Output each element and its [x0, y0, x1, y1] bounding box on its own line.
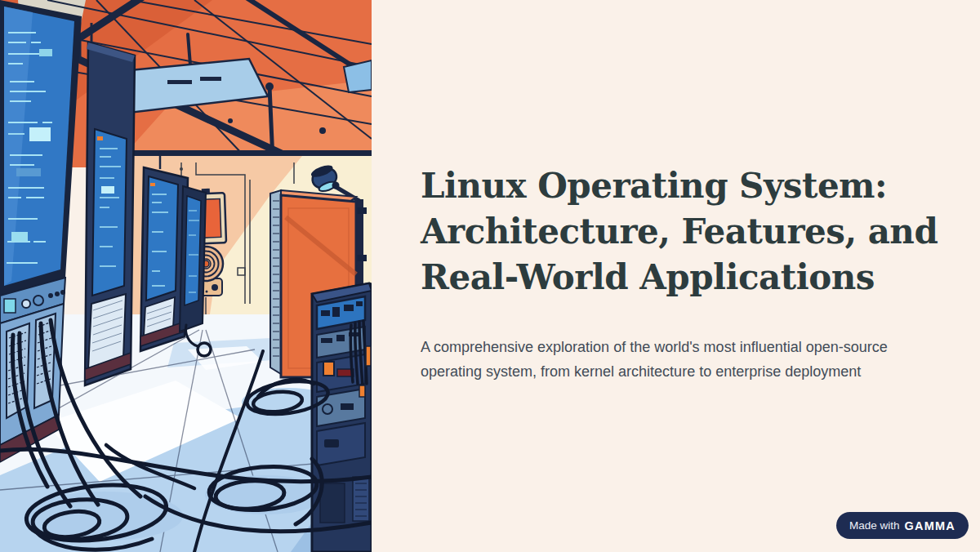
server-rack-4	[180, 186, 206, 332]
badge-prefix-label: Made with	[849, 519, 900, 532]
title-line-1: Linux Operating System:	[421, 163, 964, 209]
subtitle: A comprehensive exploration of the world…	[421, 335, 964, 384]
server-room-illustration-svg	[0, 0, 372, 552]
ceiling-window	[344, 60, 372, 92]
page-title: Linux Operating System: Architecture, Fe…	[421, 163, 964, 300]
made-with-gamma-badge[interactable]: Made with GAMMA	[836, 512, 969, 539]
foreground-server-rack	[312, 283, 372, 552]
slide: Linux Operating System: Architecture, Fe…	[0, 0, 980, 552]
server-room-illustration	[0, 0, 372, 552]
subtitle-line-2: operating system, from kernel architectu…	[421, 363, 861, 380]
title-line-3: Real-World Applications	[421, 255, 964, 300]
subtitle-line-1: A comprehensive exploration of the world…	[421, 339, 888, 355]
slide-content: Linux Operating System: Architecture, Fe…	[421, 163, 964, 384]
title-line-2: Architecture, Features, and	[421, 209, 964, 255]
server-rack-2	[85, 23, 135, 385]
gamma-logo-wordmark: GAMMA	[905, 519, 956, 532]
